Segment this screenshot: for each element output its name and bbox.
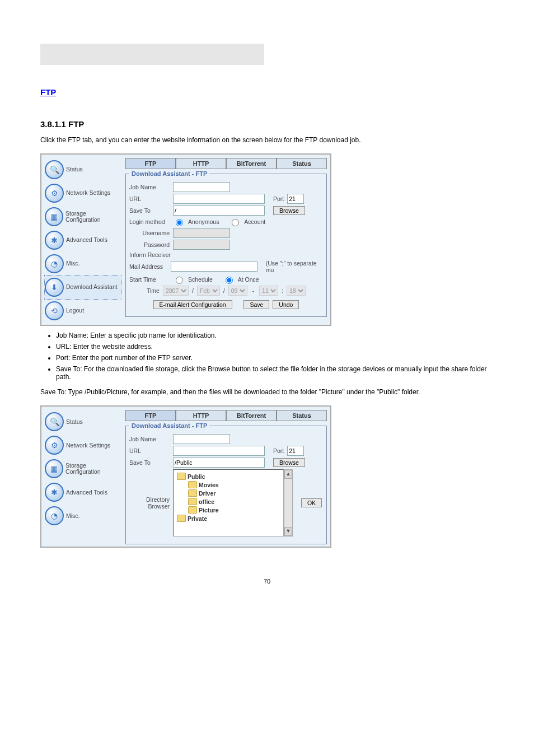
label-account: Account [244, 218, 265, 225]
folder-movies[interactable]: Movies [188, 480, 283, 489]
input-job-name[interactable] [173, 182, 230, 192]
nav-status[interactable]: 🔍Status [45, 158, 121, 181]
folder-driver[interactable]: Driver [188, 489, 283, 497]
logout-icon: ⟲ [45, 301, 64, 320]
input-job-name[interactable] [173, 434, 230, 444]
label-anonymous: Anonymous [188, 218, 219, 225]
scroll-down-icon[interactable]: ▼ [284, 527, 292, 536]
input-saveto[interactable] [173, 458, 265, 468]
label-directory-browser: Directory Browser [129, 496, 170, 510]
tab-ftp[interactable]: FTP [125, 158, 176, 169]
download-icon: ⬇ [45, 278, 64, 297]
folder-icon [188, 498, 197, 505]
label-job: Job Name [129, 436, 170, 442]
mail-hint: (Use ";" to separate mu [266, 260, 323, 273]
input-username[interactable] [173, 228, 230, 238]
select-day[interactable]: 09 [228, 286, 247, 296]
label-password: Password [129, 241, 170, 248]
nav-storage[interactable]: ▦Storage Configuration [45, 205, 121, 228]
input-password[interactable] [173, 240, 230, 250]
input-port[interactable] [287, 446, 304, 456]
input-url[interactable] [173, 194, 265, 204]
browse-button[interactable]: Browse [273, 206, 305, 215]
input-url[interactable] [173, 446, 265, 456]
label-port: Port [273, 447, 284, 454]
nav-misc[interactable]: ◔Misc. [45, 252, 121, 276]
misc-icon: ◔ [45, 254, 64, 273]
tree-scrollbar[interactable]: ▲ ▼ [284, 469, 293, 536]
bullet-port: Port: Enter the port number of the FTP s… [56, 354, 494, 362]
label-start: Start Time [129, 276, 170, 283]
nav-network[interactable]: ⚙Network Settings [45, 181, 121, 205]
radio-anonymous[interactable] [176, 219, 183, 226]
tab-status[interactable]: Status [277, 410, 327, 421]
label-saveto: Save To [129, 459, 170, 466]
input-mail[interactable] [171, 262, 257, 272]
bullet-url: URL: Enter the website address. [56, 343, 494, 351]
undo-button[interactable]: Undo [273, 300, 299, 309]
nav-advanced[interactable]: ✱Advanced Tools [45, 228, 121, 252]
browse-button[interactable]: Browse [273, 458, 305, 467]
gear-icon: ✱ [45, 483, 64, 502]
directory-tree[interactable]: Public Movies Driver office Picture Priv… [173, 469, 284, 536]
page-number: 70 [0, 578, 534, 585]
label-time: Time [147, 287, 160, 294]
nav-advanced[interactable]: ✱Advanced Tools [45, 480, 121, 504]
network-icon: ⚙ [45, 436, 64, 455]
folder-icon [188, 506, 197, 514]
section-heading: 3.8.1.1 FTP [40, 119, 534, 129]
grid-icon: ▦ [45, 459, 63, 478]
nav-network[interactable]: ⚙Network Settings [45, 433, 121, 457]
email-alert-config-button[interactable]: E-mail Alert Configuration [153, 300, 232, 309]
tab-http[interactable]: HTTP [176, 410, 226, 421]
sidebar-nav: 🔍Status ⚙Network Settings ▦Storage Confi… [45, 158, 121, 323]
radio-schedule[interactable] [176, 277, 183, 284]
scroll-up-icon[interactable]: ▲ [284, 470, 292, 479]
label-port: Port [273, 195, 284, 202]
tab-bittorrent[interactable]: BitTorrent [226, 158, 277, 169]
magnifier-icon: 🔍 [45, 412, 64, 431]
intro-paragraph: Click the FTP tab, and you can enter the… [40, 136, 494, 144]
ok-button[interactable]: OK [301, 498, 322, 507]
label-atonce: At Once [238, 276, 259, 283]
save-button[interactable]: Save [243, 300, 269, 309]
nav-download-assistant[interactable]: ⬇Download Assistant [45, 276, 121, 299]
nav-status[interactable]: 🔍Status [45, 410, 121, 433]
screenshot-ftp-form: 🔍Status ⚙Network Settings ▦Storage Confi… [40, 153, 331, 326]
radio-account[interactable] [232, 219, 239, 226]
folder-icon [177, 515, 186, 522]
nav-misc[interactable]: ◔Misc. [45, 504, 121, 528]
label-url: URL [129, 447, 170, 454]
label-mail: Mail Address [129, 263, 167, 270]
input-saveto[interactable] [173, 206, 265, 216]
folder-icon [188, 489, 197, 497]
panel-title: Download Assistant - FTP [129, 422, 209, 429]
folder-public[interactable]: Public [177, 472, 283, 480]
tab-http[interactable]: HTTP [176, 158, 226, 169]
magnifier-icon: 🔍 [45, 160, 64, 179]
tab-status[interactable]: Status [277, 158, 327, 169]
tab-bittorrent[interactable]: BitTorrent [226, 410, 277, 421]
nav-storage[interactable]: ▦Storage Configuration [45, 457, 121, 480]
label-job: Job Name [129, 184, 170, 190]
network-icon: ⚙ [45, 184, 64, 203]
folder-picture[interactable]: Picture [188, 506, 283, 514]
select-hour[interactable]: 11 [259, 286, 278, 296]
label-url: URL [129, 195, 170, 202]
bullet-saveto: Save To: For the downloaded file storage… [56, 365, 494, 381]
label-schedule: Schedule [188, 276, 213, 283]
tab-ftp[interactable]: FTP [125, 410, 176, 421]
folder-private[interactable]: Private [177, 514, 283, 522]
folder-icon [177, 473, 186, 480]
label-login: Login method [129, 218, 170, 225]
folder-office[interactable]: office [188, 497, 283, 506]
select-year[interactable]: 2007 [163, 286, 189, 296]
gear-icon: ✱ [45, 231, 64, 250]
select-month[interactable]: Feb [197, 286, 220, 296]
nav-logout[interactable]: ⟲Logout [45, 299, 121, 323]
select-minute[interactable]: 18 [287, 286, 306, 296]
ftp-section-link[interactable]: FTP [40, 87, 56, 97]
input-port[interactable] [287, 194, 304, 204]
radio-atonce[interactable] [226, 277, 233, 284]
screenshot-directory-browser: 🔍Status ⚙Network Settings ▦Storage Confi… [40, 405, 331, 548]
